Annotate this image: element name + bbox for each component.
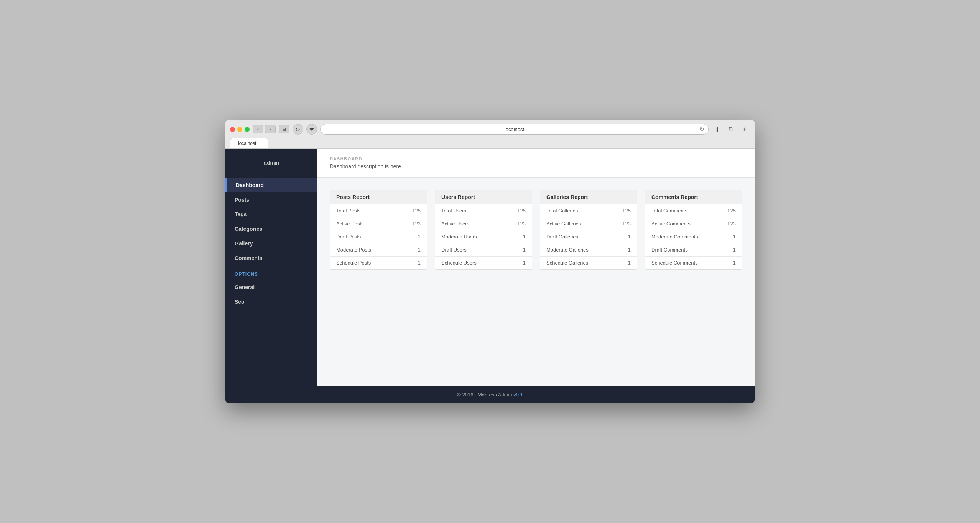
- back-button[interactable]: ‹: [253, 125, 263, 133]
- posts-draft-label: Draft Posts: [330, 230, 401, 243]
- table-row: Schedule Users 1: [435, 257, 532, 270]
- reports-grid: Posts Report Total Posts 125 Active Post…: [330, 190, 742, 270]
- sidebar-item-seo[interactable]: Seo: [225, 294, 317, 309]
- galleries-active-value: 123: [613, 217, 637, 230]
- users-total-value: 125: [506, 204, 532, 217]
- galleries-active-label: Active Galleries: [540, 217, 613, 230]
- sidebar-item-general[interactable]: General: [225, 280, 317, 294]
- table-row: Schedule Posts 1: [330, 257, 427, 270]
- users-moderate-label: Moderate Users: [435, 230, 506, 243]
- sidebar-item-categories[interactable]: Categories: [225, 222, 317, 236]
- posts-schedule-value: 1: [401, 257, 427, 270]
- table-row: Schedule Comments 1: [645, 257, 742, 270]
- posts-active-value: 123: [401, 217, 427, 230]
- browser-chrome: ‹ › ⊟ ⊙ ❤ localhost ↻ ⬆ ⧉ + localhost: [225, 120, 755, 149]
- users-report-card: Users Report Total Users 125 Active User…: [435, 190, 532, 270]
- users-active-label: Active Users: [435, 217, 506, 230]
- galleries-moderate-label: Moderate Galleries: [540, 243, 613, 257]
- maximize-button[interactable]: [245, 127, 250, 132]
- comments-moderate-value: 1: [720, 230, 742, 243]
- page-body: Posts Report Total Posts 125 Active Post…: [317, 178, 755, 386]
- pocket-icon[interactable]: ❤: [306, 124, 317, 135]
- active-tab[interactable]: localhost: [230, 138, 268, 148]
- traffic-lights: [230, 127, 250, 132]
- posts-schedule-label: Schedule Posts: [330, 257, 401, 270]
- sidebar-item-comments[interactable]: Comments: [225, 251, 317, 265]
- posts-total-value: 125: [401, 204, 427, 217]
- galleries-report-card: Galleries Report Total Galleries 125 Act…: [540, 190, 637, 270]
- table-row: Moderate Posts 1: [330, 243, 427, 257]
- app-container: admin Dashboard Posts Tags Categories Ga…: [225, 149, 755, 386]
- posts-total-label: Total Posts: [330, 204, 401, 217]
- galleries-draft-label: Draft Galleries: [540, 230, 613, 243]
- table-row: Draft Posts 1: [330, 230, 427, 243]
- new-tab-button[interactable]: ⧉: [725, 124, 736, 135]
- galleries-moderate-value: 1: [613, 243, 637, 257]
- posts-moderate-label: Moderate Posts: [330, 243, 401, 257]
- footer-version: v0.1: [513, 392, 523, 398]
- reload-button[interactable]: ↻: [700, 126, 704, 132]
- posts-report-table: Total Posts 125 Active Posts 123 Draft P…: [330, 204, 427, 269]
- users-report-table: Total Users 125 Active Users 123 Moderat…: [435, 204, 532, 269]
- share-button[interactable]: ⬆: [712, 124, 722, 135]
- main-content: DASHBOARD Dashboard description is here.…: [317, 149, 755, 386]
- sidebar-toggle-button[interactable]: ⊟: [279, 125, 289, 133]
- sidebar-item-posts[interactable]: Posts: [225, 192, 317, 207]
- address-bar[interactable]: localhost ↻: [320, 124, 709, 135]
- table-row: Active Posts 123: [330, 217, 427, 230]
- posts-active-label: Active Posts: [330, 217, 401, 230]
- sidebar-nav: Dashboard Posts Tags Categories Gallery …: [225, 174, 317, 386]
- table-row: Total Users 125: [435, 204, 532, 217]
- comments-total-value: 125: [720, 204, 742, 217]
- table-row: Total Comments 125: [645, 204, 742, 217]
- table-row: Active Comments 123: [645, 217, 742, 230]
- comments-total-label: Total Comments: [645, 204, 720, 217]
- table-row: Moderate Galleries 1: [540, 243, 637, 257]
- posts-report-card: Posts Report Total Posts 125 Active Post…: [330, 190, 427, 270]
- table-row: Schedule Galleries 1: [540, 257, 637, 270]
- users-active-value: 123: [506, 217, 532, 230]
- galleries-total-value: 125: [613, 204, 637, 217]
- galleries-schedule-label: Schedule Galleries: [540, 257, 613, 270]
- comments-report-table: Total Comments 125 Active Comments 123 M…: [645, 204, 742, 269]
- users-report-title: Users Report: [435, 190, 532, 204]
- add-tab-button[interactable]: +: [739, 124, 750, 135]
- page-header: DASHBOARD Dashboard description is here.: [317, 149, 755, 178]
- comments-schedule-value: 1: [720, 257, 742, 270]
- browser-window: ‹ › ⊟ ⊙ ❤ localhost ↻ ⬆ ⧉ + localhost: [225, 120, 755, 403]
- page-description: Dashboard description is here.: [330, 163, 742, 169]
- github-icon[interactable]: ⊙: [293, 124, 303, 135]
- tab-bar: localhost: [230, 137, 750, 148]
- sidebar-item-tags[interactable]: Tags: [225, 207, 317, 222]
- browser-actions: ⬆ ⧉ +: [712, 124, 750, 135]
- minimize-button[interactable]: [237, 127, 242, 132]
- url-text: localhost: [505, 127, 524, 132]
- close-button[interactable]: [230, 127, 235, 132]
- footer-text: © 2016 - Mdpress Admin: [457, 392, 513, 398]
- users-draft-value: 1: [506, 243, 532, 257]
- users-draft-label: Draft Users: [435, 243, 506, 257]
- page-title: DASHBOARD: [330, 156, 742, 161]
- users-schedule-value: 1: [506, 257, 532, 270]
- table-row: Draft Users 1: [435, 243, 532, 257]
- table-row: Active Users 123: [435, 217, 532, 230]
- app-footer: © 2016 - Mdpress Admin v0.1: [225, 386, 755, 403]
- sidebar-item-dashboard[interactable]: Dashboard: [225, 178, 317, 192]
- table-row: Total Galleries 125: [540, 204, 637, 217]
- comments-active-label: Active Comments: [645, 217, 720, 230]
- table-row: Draft Galleries 1: [540, 230, 637, 243]
- options-section-label: OPTIONS: [225, 265, 317, 280]
- forward-button[interactable]: ›: [265, 125, 276, 133]
- table-row: Moderate Users 1: [435, 230, 532, 243]
- nav-buttons: ‹ ›: [253, 125, 276, 133]
- comments-draft-value: 1: [720, 243, 742, 257]
- comments-report-title: Comments Report: [645, 190, 742, 204]
- comments-draft-label: Draft Comments: [645, 243, 720, 257]
- galleries-total-label: Total Galleries: [540, 204, 613, 217]
- comments-active-value: 123: [720, 217, 742, 230]
- galleries-schedule-value: 1: [613, 257, 637, 270]
- sidebar-item-gallery[interactable]: Gallery: [225, 236, 317, 251]
- users-moderate-value: 1: [506, 230, 532, 243]
- posts-draft-value: 1: [401, 230, 427, 243]
- galleries-report-table: Total Galleries 125 Active Galleries 123…: [540, 204, 637, 269]
